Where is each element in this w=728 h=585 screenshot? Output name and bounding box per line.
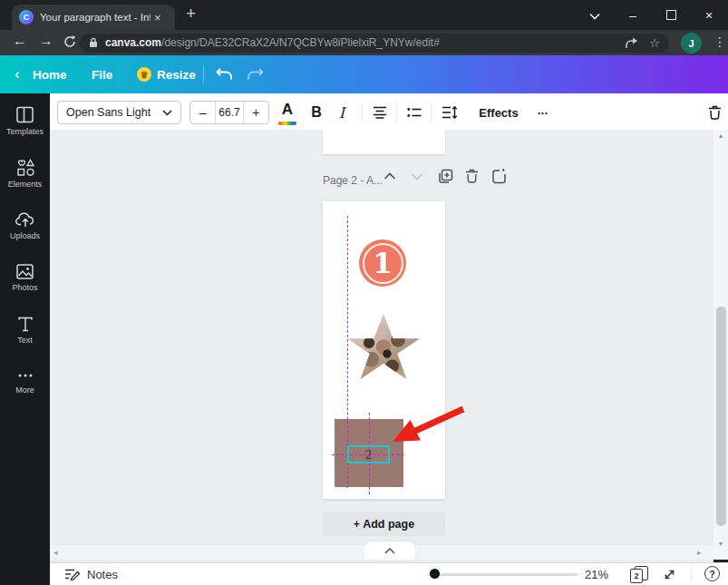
share-page-icon[interactable]	[626, 37, 638, 49]
star-photo-element[interactable]	[347, 314, 420, 383]
tab-close-icon[interactable]: ×	[154, 12, 161, 24]
scroll-down-icon[interactable]: ▾	[713, 540, 728, 548]
tab-search-icon[interactable]	[576, 8, 614, 23]
text-color-rainbow-bar	[278, 122, 296, 125]
resize-button[interactable]: ♛ Resize	[137, 55, 196, 93]
address-bar[interactable]: canva.com /design/DAE32CRaX2A/N7QCBYw8iP…	[80, 34, 669, 53]
chevron-up-icon	[384, 548, 395, 554]
sidebar-item-uploads[interactable]: Uploads	[0, 210, 50, 240]
add-page-button[interactable]: + Add page	[323, 512, 445, 536]
sidebar-label: Elements	[0, 180, 50, 189]
reload-icon[interactable]	[63, 35, 76, 48]
browser-tab-bar: C Your paragraph text - Infographi × + –…	[0, 0, 728, 30]
undo-icon[interactable]	[216, 55, 233, 93]
toolbar-divider	[396, 103, 397, 122]
scroll-up-icon[interactable]: ▴	[713, 132, 728, 140]
url-path: /design/DAE32CRaX2A/N7QCBYw8iPlielxiR_YN…	[161, 36, 440, 49]
redo-icon[interactable]	[247, 55, 264, 93]
forward-icon[interactable]: →	[39, 33, 53, 49]
sidebar-item-photos[interactable]: Photos	[0, 263, 50, 292]
vertical-scrollbar[interactable]: ▴ ▾	[713, 130, 728, 560]
italic-button[interactable]: I	[333, 101, 351, 124]
canva-header: ‹ Home File ♛ Resize ♛ Try Canva Pro Sha…	[0, 55, 728, 93]
scroll-right-icon[interactable]: ▸	[697, 548, 702, 557]
spacing-button[interactable]	[439, 101, 461, 124]
help-button[interactable]: ?	[704, 566, 720, 581]
toolbar-divider	[431, 103, 432, 122]
font-size-stepper: – 66.7 +	[189, 101, 269, 124]
duplicate-page-icon[interactable]	[438, 169, 453, 184]
font-size-value[interactable]: 66.7	[215, 102, 243, 123]
canva-favicon-icon: C	[19, 10, 34, 24]
sidebar-label: Templates	[0, 127, 50, 136]
favicon-letter: C	[24, 13, 30, 22]
toolbar-more-button[interactable]: •••	[532, 101, 554, 124]
square-number-text: 2	[365, 448, 373, 462]
fullscreen-icon[interactable]	[663, 568, 676, 581]
badge-number: 1	[373, 247, 393, 279]
home-button[interactable]: Home	[33, 55, 67, 93]
chevron-down-icon	[162, 110, 172, 116]
effects-button[interactable]: Effects	[476, 101, 521, 124]
status-bar: Notes 21% 2 ?	[50, 562, 728, 585]
font-family-dropdown[interactable]: Open Sans Light	[57, 101, 181, 124]
sidebar-item-templates[interactable]: Templates	[0, 105, 50, 136]
chrome-menu-icon[interactable]: ⋮	[713, 34, 726, 49]
horizontal-scrollbar[interactable]: ◂ ▸	[50, 545, 713, 560]
page-1-bottom-edge[interactable]	[323, 130, 445, 154]
window-minimize-button[interactable]: –	[614, 8, 652, 23]
back-icon[interactable]: ←	[13, 33, 27, 49]
sidebar-item-more[interactable]: More	[0, 368, 50, 395]
font-size-decrease-button[interactable]: –	[190, 102, 215, 123]
vertical-scrollbar-thumb[interactable]	[716, 307, 726, 526]
new-tab-button[interactable]: +	[186, 4, 196, 24]
templates-icon	[15, 105, 34, 124]
lock-icon	[89, 37, 98, 48]
photos-icon	[15, 263, 34, 280]
text-toolbar: Open Sans Light – 66.7 + A B I Effects •…	[50, 93, 728, 130]
text-icon	[16, 316, 34, 333]
sidebar-label: Photos	[0, 283, 50, 292]
resize-label: Resize	[157, 68, 196, 82]
page-grid-view-button[interactable]: 2	[630, 566, 647, 582]
header-back-icon[interactable]: ‹	[15, 55, 20, 93]
zoom-level: 21%	[585, 568, 608, 581]
scroll-left-icon[interactable]: ◂	[53, 548, 58, 557]
window-controls: – ×	[576, 0, 728, 30]
page-label: Page 2 - A...	[323, 174, 383, 187]
sidebar-item-elements[interactable]: Elements	[0, 158, 50, 189]
more-dots-icon	[16, 368, 34, 383]
sidebar-item-text[interactable]: Text	[0, 316, 50, 345]
number-badge-element[interactable]: 1	[359, 239, 406, 287]
window-close-button[interactable]: ×	[690, 8, 728, 23]
alignment-button[interactable]	[370, 101, 390, 124]
text-color-button[interactable]: A	[278, 98, 296, 122]
design-canvas-area[interactable]: Page 2 - A... 1 2	[50, 130, 713, 562]
delete-page-icon[interactable]	[465, 169, 479, 183]
statusbar-divider	[691, 567, 692, 581]
zoom-slider-knob[interactable]	[430, 569, 440, 579]
font-name-label: Open Sans Light	[66, 106, 150, 119]
maximize-icon	[666, 10, 676, 20]
delete-trash-icon[interactable]	[704, 101, 724, 124]
window-maximize-button[interactable]	[652, 8, 690, 23]
sidebar-label: More	[0, 385, 50, 395]
list-button[interactable]	[404, 101, 424, 124]
page-manager-pull-up-handle[interactable]	[364, 541, 415, 560]
add-page-label: + Add page	[354, 518, 414, 531]
bookmark-star-icon[interactable]: ☆	[649, 36, 660, 50]
add-page-icon[interactable]	[491, 169, 507, 184]
zoom-slider-track[interactable]	[428, 573, 578, 576]
url-domain: canva.com	[105, 36, 161, 49]
move-page-down-icon[interactable]	[411, 172, 423, 180]
browser-tab[interactable]: C Your paragraph text - Infographi ×	[12, 5, 175, 30]
sidebar-label: Text	[0, 336, 50, 345]
file-menu-button[interactable]: File	[92, 55, 112, 93]
notes-button[interactable]: Notes	[87, 568, 118, 581]
avatar[interactable]: J	[681, 33, 702, 54]
notes-icon[interactable]	[64, 568, 80, 581]
browser-address-bar: ← → canva.com /design/DAE32CRaX2A/N7QCBY…	[0, 30, 728, 55]
move-page-up-icon[interactable]	[383, 172, 396, 180]
font-size-increase-button[interactable]: +	[244, 102, 268, 123]
bold-button[interactable]: B	[307, 101, 325, 124]
